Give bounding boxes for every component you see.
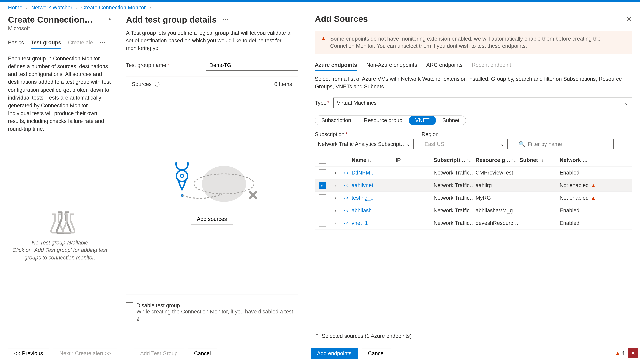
- previous-button[interactable]: << Previous: [8, 348, 49, 359]
- warning-icon: ▲: [591, 182, 596, 188]
- table-row[interactable]: ›‹·›DtlNPM..Network Traffic…CMPreviewTes…: [315, 166, 632, 179]
- row-network: Enabled: [560, 220, 599, 226]
- breadcrumb-nw[interactable]: Network Watcher: [31, 4, 72, 10]
- tab-basics[interactable]: Basics: [8, 40, 24, 48]
- page-title: Create Connection…: [8, 13, 93, 24]
- add-sources-button[interactable]: Add sources: [191, 214, 233, 224]
- tg-name-input[interactable]: [206, 60, 298, 70]
- sources-label: Sources ⓘ: [132, 81, 160, 88]
- next-button[interactable]: Next : Create alert >>: [53, 348, 117, 359]
- sort-icon: ↑↓: [539, 158, 544, 163]
- table-row[interactable]: ›‹·›testing_..Network Traffic…MyRGNot en…: [315, 192, 632, 204]
- region-select[interactable]: East US⌄: [422, 139, 508, 149]
- row-checkbox[interactable]: [319, 194, 326, 201]
- vnet-icon: ‹·›: [344, 195, 349, 201]
- row-checkbox[interactable]: ✓: [319, 182, 326, 189]
- col-subnet[interactable]: Subnet↑↓: [520, 157, 560, 163]
- row-subscription: Network Traffic…: [434, 195, 476, 201]
- col-network[interactable]: Network …: [560, 157, 599, 163]
- pill-vnet[interactable]: VNET: [409, 116, 436, 125]
- cancel-endpoints-button[interactable]: Cancel: [362, 348, 391, 359]
- more-icon[interactable]: ···: [100, 40, 106, 48]
- close-icon[interactable]: ✕: [626, 15, 632, 23]
- warning-icon: ▲: [321, 35, 326, 50]
- row-name-link[interactable]: aahilvnet: [352, 182, 373, 188]
- subtitle: Microsoft: [8, 26, 112, 32]
- row-name-link[interactable]: vnet_1: [352, 220, 368, 226]
- expand-icon[interactable]: ›: [330, 170, 341, 176]
- table-row[interactable]: ✓›‹·›aahilvnetNetwork Traffic…aahilrgNot…: [315, 179, 632, 192]
- filter-input[interactable]: [528, 141, 610, 147]
- row-resource-group: abhilashaVM_g…: [476, 208, 520, 214]
- region-label: Region: [422, 131, 508, 138]
- add-test-group-button[interactable]: Add Test Group: [134, 348, 184, 359]
- warnings-badge[interactable]: ▲ 4: [613, 349, 627, 358]
- row-subscription: Network Traffic…: [434, 208, 476, 214]
- chevron-down-icon: ⌄: [624, 100, 628, 106]
- tab-test-groups[interactable]: Test groups: [31, 40, 62, 48]
- error-badge[interactable]: ✕: [628, 348, 638, 358]
- col-name[interactable]: Name↑↓: [352, 157, 396, 163]
- mid-title: Add test group details: [126, 15, 217, 24]
- chevron-up-icon[interactable]: ⌃: [315, 333, 319, 339]
- col-resource-group[interactable]: Resource g…↑↓: [476, 157, 520, 163]
- pill-resource-group[interactable]: Resource group: [358, 116, 409, 125]
- svg-point-3: [180, 174, 184, 178]
- row-checkbox[interactable]: [319, 207, 326, 214]
- more-icon[interactable]: ···: [223, 16, 229, 23]
- filter-search[interactable]: 🔍: [516, 139, 613, 149]
- table-row[interactable]: ›‹·›abhilash.Network Traffic…abhilashaVM…: [315, 204, 632, 217]
- row-name-link[interactable]: abhilash.: [352, 208, 373, 214]
- globe-pin-icon: [166, 162, 258, 206]
- tab-create-alert[interactable]: Create ale: [68, 40, 93, 48]
- svg-point-2: [176, 170, 188, 182]
- row-subscription: Network Traffic…: [434, 170, 476, 176]
- tab-recent-endpoint[interactable]: Recent endpoint: [472, 62, 511, 71]
- row-resource-group: aahilrg: [476, 182, 520, 188]
- chevron-icon: ›: [149, 4, 151, 10]
- ep-description: Select from a list of Azure VMs with Net…: [315, 75, 632, 90]
- breadcrumb-home[interactable]: Home: [8, 4, 23, 10]
- tab-azure-endpoints[interactable]: Azure endpoints: [315, 62, 357, 71]
- mid-description: A Test group lets you define a logical g…: [126, 30, 298, 52]
- chevron-icon: ›: [76, 4, 78, 10]
- row-subscription: Network Traffic…: [434, 182, 476, 188]
- expand-icon[interactable]: ›: [330, 195, 341, 201]
- disable-tg-checkbox[interactable]: [126, 302, 133, 309]
- row-network: Not enabled▲: [560, 195, 599, 201]
- svg-point-0: [202, 166, 246, 202]
- warning-icon: ▲: [615, 350, 620, 356]
- table-row[interactable]: ›‹·›vnet_1Network Traffic…deveshResourc……: [315, 217, 632, 230]
- col-subscription[interactable]: Subscripti…↑↓: [434, 157, 476, 163]
- row-name-link[interactable]: DtlNPM..: [352, 170, 373, 176]
- chevron-down-icon: ⌄: [500, 141, 505, 147]
- info-icon[interactable]: ⓘ: [155, 82, 160, 87]
- select-all-checkbox[interactable]: [319, 157, 326, 164]
- expand-icon[interactable]: ›: [330, 208, 341, 214]
- col-ip[interactable]: IP: [396, 157, 434, 163]
- cancel-button[interactable]: Cancel: [188, 348, 217, 359]
- row-name-link[interactable]: testing_..: [352, 195, 374, 201]
- row-checkbox[interactable]: [319, 169, 326, 176]
- pill-subscription[interactable]: Subscription: [315, 116, 358, 125]
- breadcrumb: Home › Network Watcher › Create Connecti…: [0, 2, 640, 13]
- row-checkbox[interactable]: [319, 220, 326, 226]
- vnet-icon: ‹·›: [344, 220, 349, 226]
- breadcrumb-ccm[interactable]: Create Connection Monitor: [81, 4, 146, 10]
- add-endpoints-button[interactable]: Add endpoints: [311, 348, 358, 359]
- tab-non-azure-endpoints[interactable]: Non-Azure endpoints: [366, 62, 417, 71]
- subscription-label: Subscription*: [315, 131, 414, 138]
- expand-icon[interactable]: ›: [330, 182, 341, 188]
- type-select[interactable]: Virtual Machines ⌄: [333, 98, 632, 108]
- subscription-select[interactable]: Network Traffic Analytics Subscript…⌄: [315, 139, 414, 149]
- sort-icon: ↑↓: [512, 158, 516, 163]
- tab-arc-endpoints[interactable]: ARC endpoints: [426, 62, 463, 71]
- collapse-icon[interactable]: «: [109, 16, 112, 22]
- row-subscription: Network Traffic…: [434, 220, 476, 226]
- expand-icon[interactable]: ›: [330, 220, 341, 226]
- search-icon: 🔍: [519, 141, 525, 147]
- empty-title: No Test group available: [8, 239, 112, 247]
- disable-label: Disable test group: [136, 302, 298, 309]
- row-resource-group: CMPreviewTest: [476, 170, 520, 176]
- pill-subnet[interactable]: Subnet: [436, 116, 466, 125]
